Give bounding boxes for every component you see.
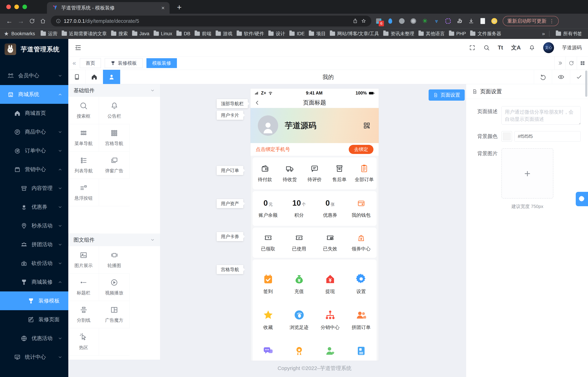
sidebar-item[interactable]: 商城系统 [0, 85, 68, 104]
font-size-icon[interactable]: Tt [498, 44, 503, 51]
page-description-input[interactable] [501, 106, 581, 125]
bookmarks-overflow-icon[interactable]: » [542, 31, 545, 37]
component-item[interactable]: 悬浮按钮 [68, 179, 99, 206]
bookmark-folder[interactable]: Java [130, 31, 152, 36]
component-item[interactable]: 弹窗广告 [99, 152, 130, 179]
color-picker-swatch[interactable] [501, 131, 512, 142]
extension-chevrons-icon[interactable]: ⩔ [433, 18, 440, 24]
extension-tabs-icon[interactable]: 6 [375, 18, 382, 24]
bookmark-folder[interactable]: IDE [287, 31, 307, 36]
minimize-window-button[interactable] [14, 5, 19, 9]
component-item[interactable] [68, 206, 99, 234]
sidebar-item[interactable]: 会员中心 [0, 66, 68, 85]
address-bar[interactable]: 127.0.0.1/diy/template/decorate/5 [51, 16, 371, 26]
downloads-icon[interactable] [468, 18, 475, 24]
grid-nav-entry[interactable] [284, 345, 315, 361]
order-entry[interactable]: 待付款 [253, 164, 277, 183]
back-chevron-icon[interactable] [254, 100, 260, 106]
sidebar-item[interactable]: 统计中心 [0, 348, 68, 366]
coupon-entry[interactable]: 已失效 [315, 233, 345, 252]
order-entry[interactable]: 待评价 [302, 164, 327, 183]
bookmark-star-icon[interactable] [361, 18, 366, 24]
component-item[interactable]: 标题栏 [68, 273, 99, 301]
fullscreen-icon[interactable] [469, 45, 475, 51]
asset-entry[interactable]: 0张 优惠券 [315, 199, 345, 218]
profile-avatar-icon[interactable]: 😀 [491, 18, 498, 24]
share-icon[interactable] [352, 18, 358, 24]
tag-user-coupons[interactable]: 用户卡券 [217, 232, 243, 241]
bookmarks-root-label[interactable]: Bookmarks [11, 31, 35, 36]
grid-nav-entry[interactable]: 分销中心 [315, 309, 345, 345]
bookmark-folder[interactable]: 资讯未整理 [381, 31, 416, 37]
site-info-icon[interactable] [56, 18, 61, 24]
grid-nav-entry[interactable]: 浏览足迹 [284, 309, 315, 345]
bookmark-folder[interactable]: 软件/硬件 [234, 31, 266, 37]
bookmark-folder[interactable]: PHP [447, 31, 468, 36]
asset-entry[interactable]: 10个 积分 [284, 199, 315, 218]
component-item[interactable]: 列表导航 [68, 152, 99, 179]
reset-icon[interactable] [534, 70, 552, 84]
page-settings-button[interactable]: 页面设置 [429, 89, 465, 101]
panel-section-header[interactable]: 图文组件 [68, 234, 160, 246]
component-item[interactable]: 视频播放 [99, 273, 130, 301]
bookmarks-star-icon[interactable]: ★ [4, 30, 9, 37]
template-home-tab-icon[interactable] [86, 70, 103, 84]
extension-balloon-icon[interactable] [387, 18, 394, 24]
user-name[interactable]: 芋道源码 [562, 44, 582, 51]
window-controls[interactable] [6, 5, 27, 9]
user-card-block[interactable]: 芋道源码 [250, 108, 379, 143]
maximize-window-button[interactable] [22, 5, 27, 9]
browser-menu-dots-icon[interactable]: ⋮ [549, 18, 554, 24]
search-icon[interactable] [483, 45, 490, 51]
refresh-tab-icon[interactable] [566, 57, 577, 70]
asset-entry[interactable]: 0元 账户余额 [253, 199, 284, 218]
order-entry[interactable]: 售后单 [327, 164, 352, 183]
extensions-puzzle-icon[interactable] [456, 18, 463, 24]
component-item[interactable]: 轮播图 [99, 246, 130, 273]
device-phone-icon[interactable] [68, 70, 86, 84]
tabs-scroll-right-icon[interactable] [554, 57, 566, 70]
component-item[interactable]: 宫格导航 [99, 124, 130, 152]
scrollbar-thumb[interactable] [585, 71, 587, 97]
layout-grid-icon[interactable] [577, 57, 588, 70]
bookmark-folder[interactable]: 前端 [192, 31, 213, 37]
browser-tab[interactable]: 芋道管理系统 - 模板装修 × [47, 2, 169, 14]
tag-top-navbar[interactable]: 顶部导航栏 [217, 99, 248, 108]
grid-nav-entry[interactable] [345, 345, 377, 361]
tag-user-card[interactable]: 用户卡片 [217, 111, 243, 120]
bind-phone-bar[interactable]: 点击绑定手机号 去绑定 [250, 143, 379, 156]
sidebar-item[interactable]: 优惠活动 [0, 329, 68, 348]
component-item[interactable]: 热区 [68, 328, 99, 356]
grid-nav-entry[interactable]: 充值 [284, 273, 315, 309]
bg-color-input[interactable] [514, 131, 581, 142]
avatar[interactable] [258, 115, 278, 136]
sidebar-item[interactable]: 拼团活动 [0, 235, 68, 254]
tag-grid-nav[interactable]: 宫格导航 [217, 265, 243, 274]
settings-gear-button[interactable] [576, 192, 588, 206]
sidebar-item[interactable]: 营销中心 [0, 160, 68, 179]
new-tab-button[interactable]: + [177, 2, 182, 12]
relaunch-update-button[interactable]: 重新启动即可更新 ⋮ [503, 16, 559, 26]
grid-nav-entry[interactable] [253, 345, 284, 361]
component-item[interactable]: 分割线 [68, 301, 99, 328]
forward-icon[interactable]: → [18, 17, 24, 25]
sidebar-item[interactable]: 优惠券 [0, 198, 68, 216]
extension-globe-icon[interactable] [398, 18, 405, 24]
phone-navbar[interactable]: 页面标题 [250, 97, 379, 108]
all-bookmarks[interactable]: 所有书签 [554, 31, 584, 37]
order-entry[interactable]: 全部订单 [352, 164, 377, 183]
bg-image-upload[interactable]: + [501, 148, 553, 199]
sidebar-item[interactable]: 商品中心 [0, 123, 68, 141]
coupon-entry[interactable]: 已使用 [284, 233, 315, 252]
tab-close-icon[interactable]: × [161, 5, 165, 11]
bookmark-folder[interactable]: 项目 [307, 31, 328, 37]
grid-nav-entry[interactable]: 拼团订单 [345, 309, 377, 345]
bookmark-folder[interactable]: 运营 [39, 31, 60, 37]
component-item[interactable]: 图片展示 [68, 246, 99, 273]
coupon-entry[interactable]: 已领取 [253, 233, 284, 252]
template-user-tab-icon[interactable] [103, 70, 120, 84]
back-icon[interactable]: ← [6, 17, 13, 25]
grid-nav-entry[interactable]: 收藏 [253, 309, 284, 345]
sidebar-item[interactable]: 内容管理 [0, 179, 68, 198]
translate-icon[interactable]: 文A [511, 44, 521, 52]
